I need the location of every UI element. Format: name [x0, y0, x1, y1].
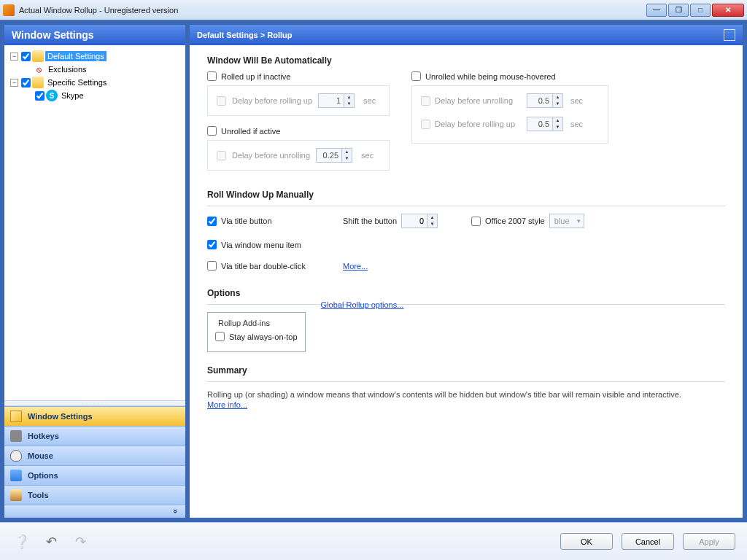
window-buttons [646, 4, 744, 17]
spinner-input[interactable] [527, 117, 552, 131]
cancel-button[interactable]: Cancel [622, 533, 674, 550]
spinner-down-icon[interactable]: ▼ [552, 101, 562, 107]
tree-checkbox[interactable] [21, 52, 31, 61]
folder-icon [32, 50, 44, 62]
spinner-down-icon[interactable]: ▼ [427, 221, 437, 228]
exclusions-icon: ⦸ [33, 63, 44, 75]
settings-tree: − Default Settings ⦸ Exclusions − Specif… [4, 45, 185, 400]
nav-label: Window Settings [28, 412, 93, 421]
app-window: Actual Window Rollup - Unregistered vers… [0, 0, 747, 560]
splitter-handle[interactable]: · · · · · · · [4, 400, 185, 406]
breadcrumb: Default Settings > Rollup [197, 31, 292, 39]
maximize-button[interactable] [690, 4, 711, 17]
options-icon [10, 470, 22, 481]
close-button[interactable] [712, 4, 744, 17]
checkbox-via-dblclick[interactable] [207, 261, 217, 271]
fieldset-addins: Rollup Add-ins Stay always-on-top [207, 312, 306, 352]
spinner-down-icon[interactable]: ▼ [552, 124, 562, 131]
apply-button[interactable]: Apply [683, 533, 735, 550]
link-global-rollup[interactable]: Global Rollup options... [321, 300, 404, 309]
spinner-up-icon[interactable]: ▲ [341, 149, 352, 155]
label-unrolled-active: Unrolled if active [221, 127, 280, 136]
tree-item-default-settings[interactable]: − Default Settings [7, 50, 182, 63]
nav-mouse[interactable]: Mouse [4, 446, 185, 465]
undo-icon[interactable]: ↶ [41, 532, 61, 552]
redo-icon[interactable]: ↷ [70, 532, 90, 552]
link-more-info[interactable]: More info... [207, 400, 247, 409]
label-stay-on-top: Stay always-on-top [229, 332, 298, 341]
spinner-hover-delay-unroll[interactable]: ▲▼ [527, 93, 563, 108]
spinner-down-icon[interactable]: ▼ [341, 155, 352, 162]
label-via-dblclick: Via title bar double-click [221, 262, 306, 271]
checkbox-hover-delay-unroll[interactable] [421, 96, 430, 106]
tree-checkbox[interactable] [21, 78, 31, 88]
label-rolled-up-inactive: Rolled up if inactive [221, 72, 290, 81]
spinner-delay-unroll[interactable]: ▲▼ [316, 148, 352, 163]
ok-button[interactable]: OK [560, 533, 613, 550]
tree-item-skype[interactable]: S Skype [7, 89, 182, 102]
main-area: Window Settings − Default Settings ⦸ Exc… [0, 20, 747, 522]
unit-sec: sec [363, 96, 376, 105]
tools-icon [10, 489, 22, 501]
skype-icon: S [46, 90, 58, 101]
spinner-shift[interactable]: ▲▼ [401, 214, 438, 228]
spinner-input[interactable] [319, 94, 344, 107]
spinner-up-icon[interactable]: ▲ [552, 94, 562, 101]
checkbox-unrolled-active[interactable] [207, 126, 217, 136]
unit-sec: sec [570, 120, 583, 128]
label-office-style: Office 2007 style [485, 217, 545, 225]
checkbox-delay-unroll[interactable] [217, 151, 226, 160]
checkbox-delay-rollup[interactable] [217, 96, 226, 106]
checkbox-stay-on-top[interactable] [215, 332, 225, 341]
nav-expand-toggle[interactable] [4, 505, 185, 518]
unit-sec: sec [361, 151, 374, 160]
spinner-input[interactable] [402, 214, 427, 228]
left-pane-header: Window Settings [4, 25, 185, 45]
spinner-up-icon[interactable]: ▲ [344, 94, 354, 101]
nav-tools[interactable]: Tools [4, 485, 185, 505]
app-icon [3, 4, 15, 16]
label-hover-delay-unroll: Delay before unrolling [435, 96, 522, 105]
spinner-delay-rollup[interactable]: ▲▼ [318, 93, 355, 108]
checkbox-via-menu[interactable] [207, 240, 217, 249]
titlebar[interactable]: Actual Window Rollup - Unregistered vers… [0, 0, 747, 20]
tree-item-specific-settings[interactable]: − Specific Settings [7, 76, 182, 89]
help-icon[interactable]: ❔ [12, 532, 32, 552]
tree-label: Specific Settings [45, 77, 109, 88]
panel-restore-icon[interactable] [724, 29, 735, 41]
label-via-title-button: Via title button [221, 217, 272, 225]
nav-hotkeys[interactable]: Hotkeys [4, 426, 185, 446]
checkbox-rolled-up-inactive[interactable] [207, 71, 217, 81]
tree-label: Exclusions [46, 64, 89, 74]
collapse-icon[interactable]: − [10, 52, 18, 61]
collapse-icon[interactable]: − [10, 79, 18, 87]
checkbox-via-title-button[interactable] [207, 217, 217, 226]
checkbox-unrolled-hover[interactable] [411, 71, 421, 81]
section-options-title: Options [207, 288, 725, 298]
label-hover-delay-rollup: Delay before rolling up [435, 120, 522, 128]
section-summary-title: Summary [207, 365, 725, 376]
nav-label: Options [28, 471, 58, 480]
checkbox-office-style[interactable] [471, 217, 481, 226]
settings-content: Window Will Be Automatically Rolled up i… [190, 45, 743, 518]
link-more-manual[interactable]: More... [343, 262, 368, 271]
restore-button[interactable] [668, 4, 689, 17]
spinner-up-icon[interactable]: ▲ [552, 117, 562, 124]
nav-options[interactable]: Options [4, 465, 185, 485]
minimize-button[interactable] [646, 4, 667, 17]
spinner-hover-delay-rollup[interactable]: ▲▼ [527, 117, 563, 131]
section-manual-title: Roll Window Up Manually [207, 190, 725, 200]
nav-window-settings[interactable]: Window Settings [4, 406, 185, 426]
label-unrolled-hover: Unrolled while being mouse-hovered [425, 72, 556, 81]
spinner-down-icon[interactable]: ▼ [344, 101, 354, 107]
tree-item-exclusions[interactable]: ⦸ Exclusions [7, 63, 182, 76]
nav-buttons: Window Settings Hotkeys Mouse Options To… [4, 406, 185, 518]
spinner-up-icon[interactable]: ▲ [427, 214, 437, 221]
spinner-input[interactable] [527, 94, 552, 107]
window-settings-icon [10, 411, 22, 422]
tree-checkbox[interactable] [35, 91, 44, 101]
breadcrumb-bar: Default Settings > Rollup [190, 25, 743, 45]
select-office-color[interactable]: blue [549, 214, 584, 228]
checkbox-hover-delay-rollup[interactable] [421, 120, 430, 129]
spinner-input[interactable] [317, 149, 341, 162]
